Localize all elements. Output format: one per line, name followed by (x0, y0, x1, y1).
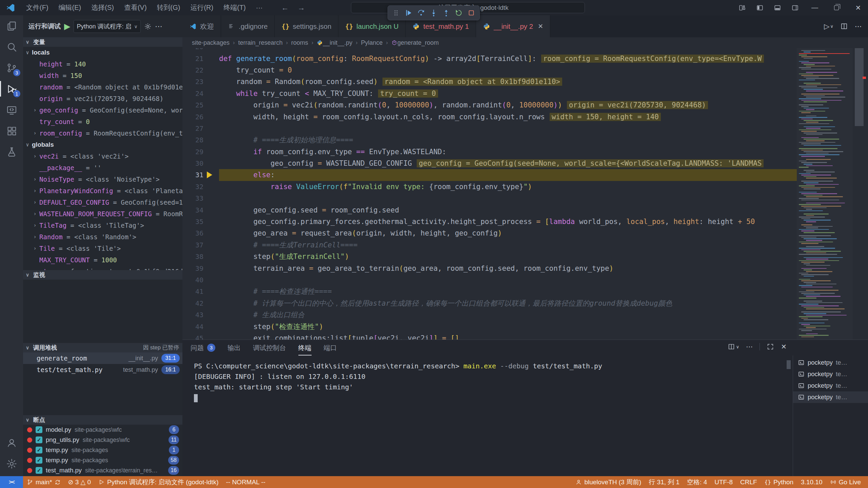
more-actions-icon[interactable]: ⋯ (155, 22, 162, 31)
drag-handle-button[interactable] (390, 7, 402, 19)
glyph-margin[interactable] (203, 309, 219, 321)
step-out-button[interactable] (440, 7, 452, 19)
breakpoint-row[interactable]: ✓model.pysite-packages\wfc6 (23, 425, 182, 435)
breakpoint-row[interactable]: ✓temp.pysite-packages1 (23, 445, 182, 455)
tab-__init__.py[interactable]: __init__.py 2✕ (476, 15, 550, 37)
maximize-panel-icon[interactable] (767, 343, 774, 350)
scrollbar-thumb[interactable] (855, 48, 864, 126)
variable-row[interactable]: try_count = 0 (23, 116, 182, 127)
activity-source-control[interactable]: 3 (0, 57, 23, 78)
stop-button[interactable] (465, 7, 477, 19)
status-branch[interactable]: main* (23, 476, 64, 488)
activity-extensions[interactable] (0, 120, 23, 141)
code-line-23[interactable]: 23 random = Random(room_config.seed)rand… (182, 76, 797, 87)
panel-tab-输出[interactable]: 输出 (228, 340, 241, 355)
status-encoding[interactable]: UTF-8 (711, 476, 736, 488)
status-indentation[interactable]: 空格: 4 (683, 476, 711, 488)
debug-settings-gear-icon[interactable] (144, 23, 152, 30)
code-line-31[interactable]: 31 else: (182, 169, 797, 181)
debug-config-dropdown[interactable]: Python 调试程序: 启 ∨ (74, 20, 140, 33)
terminal-list-item[interactable]: pocketpyte… (793, 357, 868, 368)
code-line-45[interactable]: 45 exit_combinations:list[tuple[vec2i, v… (182, 332, 797, 340)
breakpoint-row[interactable]: ✓png_utils.pysite-packages\wfc11 (23, 435, 182, 445)
status-vim-mode[interactable]: -- NORMAL -- (222, 476, 269, 488)
breadcrumb[interactable]: site-packages›terrain_research›rooms›__i… (182, 37, 868, 48)
glyph-margin[interactable] (203, 204, 219, 216)
code-line-39[interactable]: 39 terrain_area = geo_area_to_terrain(ge… (182, 262, 797, 274)
callstack-header[interactable]: ∨ 调用堆栈 因 step 已暂停 (23, 343, 182, 352)
variable-row[interactable]: ›NoiseType = <class 'NoiseType'> (23, 174, 182, 185)
breadcrumb-item[interactable]: site-packages (192, 39, 230, 46)
glyph-margin[interactable] (203, 158, 219, 169)
split-terminal-button[interactable]: ∨ (728, 343, 739, 350)
menu-item-1[interactable]: 编辑(E) (54, 0, 86, 15)
start-debug-button[interactable]: ▶ (64, 22, 70, 31)
status-go-live[interactable]: Go Live (826, 476, 865, 488)
glyph-margin[interactable] (203, 227, 219, 239)
panel-tab-终端[interactable]: 终端 (298, 340, 312, 355)
panel-tab-端口[interactable]: 端口 (324, 340, 337, 355)
variable-group-locals[interactable]: ∨locals (23, 47, 182, 58)
back-icon[interactable]: ← (281, 3, 289, 12)
breakpoints-header[interactable]: ∨ 断点 (23, 415, 182, 425)
glyph-margin[interactable] (203, 332, 219, 340)
glyph-margin[interactable] (203, 48, 219, 53)
breadcrumb-item[interactable]: terrain_research (238, 39, 282, 46)
code-editor[interactable]: 2021def generate_room(room_config: RoomR… (182, 48, 868, 340)
glyph-margin[interactable] (203, 99, 219, 111)
breakpoint-checkbox[interactable]: ✓ (36, 467, 42, 474)
menu-item-2[interactable]: 选择(S) (86, 0, 119, 15)
toggle-primary-sidebar-button[interactable] (752, 0, 768, 15)
status-author[interactable]: blueloveTH (3 周前) (572, 476, 645, 488)
glyph-margin[interactable] (203, 181, 219, 192)
glyph-margin[interactable] (203, 134, 219, 146)
code-line-32[interactable]: 32 raise ValueError(f"Invalid env type: … (182, 181, 797, 192)
watch-header[interactable]: ∨ 监视 (23, 270, 182, 280)
activity-remote-explorer[interactable] (0, 99, 23, 120)
code-line-43[interactable]: 43 # 生成出口组合 (182, 309, 797, 321)
continue-button[interactable] (402, 7, 415, 19)
callstack-frame[interactable]: test/test_math.pytest_math.py16:1 (23, 364, 182, 375)
close-panel-icon[interactable]: ✕ (781, 343, 787, 351)
code-line-38[interactable]: 38 step("生成TerrainCell") (182, 251, 797, 262)
code-line-37[interactable]: 37 # ====生成TerrainCell==== (182, 239, 797, 251)
remote-indicator[interactable]: >< (0, 476, 23, 488)
breakpoint-checkbox[interactable]: ✓ (36, 436, 42, 443)
terminal-list-item[interactable]: pocketpyte… (793, 368, 868, 380)
breadcrumb-item[interactable]: __init__.py (317, 39, 352, 46)
glyph-margin[interactable] (203, 111, 219, 122)
variable-row[interactable]: ›vec2i = <class 'vec2i'> (23, 150, 182, 162)
breadcrumb-item[interactable]: Pylance (361, 39, 383, 46)
restore-button[interactable] (827, 0, 846, 15)
glyph-margin[interactable] (203, 192, 219, 204)
code-line-40[interactable]: 40 (182, 274, 797, 286)
minimap[interactable] (797, 48, 853, 340)
toggle-secondary-sidebar-button[interactable] (787, 0, 803, 15)
activity-settings[interactable] (0, 453, 23, 474)
status-debug-config[interactable]: Python 调试程序: 启动文件 (godot-ldtk) (95, 476, 222, 488)
variable-row[interactable]: ›TileTag = <class 'TileTag'> (23, 220, 182, 231)
menu-item-6[interactable]: 终端(T) (218, 0, 251, 15)
glyph-margin[interactable] (203, 251, 219, 262)
glyph-margin[interactable] (203, 146, 219, 158)
code-line-20[interactable]: 20 (182, 48, 797, 53)
step-over-button[interactable] (415, 7, 428, 19)
minimize-button[interactable]: — (805, 0, 825, 15)
code-line-42[interactable]: 42 # 计算每一个出口的中心，然后使用astar生成路径，确保每一个出口组合都… (182, 298, 797, 309)
step-into-button[interactable] (428, 7, 440, 19)
activity-search[interactable] (0, 36, 23, 57)
variable-row[interactable]: step = <function step at 0x1bf9cd216d… (23, 266, 182, 270)
breakpoint-row[interactable]: ✓test_math.pysite-packages\terrain_res…1… (23, 465, 182, 475)
variable-row[interactable]: ›Tile = <class 'Tile'> (23, 243, 182, 254)
breakpoint-checkbox[interactable]: ✓ (36, 457, 42, 464)
variable-row[interactable]: MAX_TRY_COUNT = 1000 (23, 254, 182, 266)
code-line-26[interactable]: 26 width, height = room_config.layout.n_… (182, 111, 797, 122)
glyph-margin[interactable] (203, 274, 219, 286)
glyph-margin[interactable] (203, 76, 219, 87)
code-line-24[interactable]: 24 while try_count < MAX_TRY_COUNT:try_c… (182, 88, 797, 99)
code-line-28[interactable]: 28 # ====生成初始地理信息==== (182, 134, 797, 146)
glyph-margin[interactable] (203, 321, 219, 332)
more-actions-icon[interactable]: ⋯ (855, 22, 862, 30)
menu-item-3[interactable]: 查看(V) (119, 0, 152, 15)
variable-row[interactable]: ›Random = <class 'Random'> (23, 231, 182, 243)
